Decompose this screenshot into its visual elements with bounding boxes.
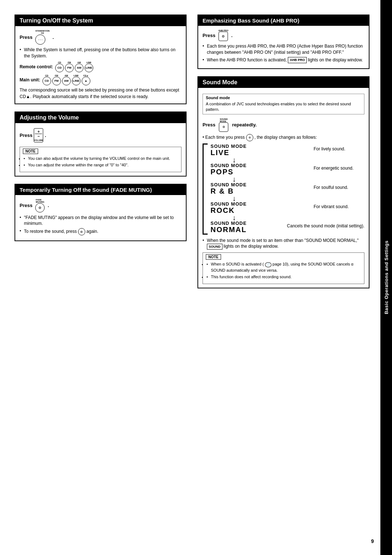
press-repeatedly-suffix: repeatedly. xyxy=(232,122,257,127)
volume-minus: − xyxy=(35,134,42,138)
rock-mode-sub: ROCK xyxy=(211,207,314,214)
sound-mode-live: SOUND MODE LIVE For lively sound. xyxy=(211,143,364,156)
turning-on-off-section: Turning On/Off the System Press STANDBY/… xyxy=(15,15,187,104)
fade-button-icon: ⊙ xyxy=(35,203,45,212)
sound-mode-header: Sound Mode xyxy=(198,77,369,88)
arrow-2: ↓ xyxy=(232,176,364,182)
sound-mode-note-label: NOTE xyxy=(206,254,221,260)
fm-main-btn: FM xyxy=(52,77,61,85)
fade-muting-body: Press FADEMUTING ⊙ . "FADE MUTING" appea… xyxy=(15,195,186,241)
sound-mode-bullets: When the sound mode is set to an item ot… xyxy=(203,238,364,250)
sound-mode-title: Sound Mode xyxy=(203,79,237,85)
sound-mode-note-item-1: When α SOUND is activated ( 📄 page 10), … xyxy=(207,261,360,273)
standby-button-icon: · · · xyxy=(35,35,45,45)
sound-mode-note-item-2: This function does not affect recording … xyxy=(207,274,360,280)
sound-mode-box-text: A combination of JVC sound technologies … xyxy=(206,101,361,113)
volume-press-dot: . xyxy=(45,133,46,138)
normal-text: SOUND MODE NORMAL xyxy=(211,220,287,233)
main-content: Turning On/Off the System Press STANDBY/… xyxy=(0,0,380,555)
sound-mode-note-box: NOTE When α SOUND is activated ( 📄 page … xyxy=(203,252,364,284)
turning-on-off-bullet-1: While the System is turned off, pressing… xyxy=(20,47,181,59)
alpha-sound-icon: 📄 xyxy=(265,262,271,267)
arrow-4: ↓ xyxy=(232,215,364,220)
rock-mode-name: SOUND MODE xyxy=(211,201,314,207)
ahb-pro-title: Emphasizing Bass Sound (AHB PRO) xyxy=(203,17,299,24)
rock-mode-desc: For vibrant sound. xyxy=(314,204,364,209)
sound-badge: SOUND xyxy=(207,244,222,250)
sound-mode-diagram: SOUND MODE LIVE For lively sound. ↓ xyxy=(203,143,364,235)
fm-remote-btn: FM xyxy=(65,64,74,72)
press-volume-line: Press + − VOLUME . xyxy=(20,127,181,144)
standby-btn-dots: · · · xyxy=(38,38,42,41)
fade-btn-sublabel: FADEMUTING xyxy=(36,199,45,203)
rnb-mode-name: SOUND MODE xyxy=(211,182,314,187)
live-mode-sub: LIVE xyxy=(211,149,314,156)
main-unit-text: The corresponding source will be selecte… xyxy=(20,87,181,100)
press-sound-label: Press xyxy=(203,122,215,127)
sound-mode-rock: SOUND MODE ROCK For vibrant sound. xyxy=(211,201,364,214)
remote-control-row: Remote control: CD CD FM FM xyxy=(20,61,181,72)
am-remote-btn: AM xyxy=(75,64,83,72)
volume-note-box: NOTE You can also adjust the volume by t… xyxy=(20,147,181,172)
fm-main-label: FM xyxy=(55,74,58,77)
normal-mode-sub: NORMAL xyxy=(211,226,287,233)
normal-mode-name: SOUND MODE xyxy=(211,220,287,226)
adjusting-volume-section: Adjusting the Volume Press + − VOLUME . xyxy=(15,112,187,177)
sidebar-tab-label: Basic Operations and Settings xyxy=(384,240,389,314)
normal-mode-desc: Cancels the sound mode (initial setting)… xyxy=(287,223,364,229)
sound-mode-each-time: • Each time you press ⊙ , the display ch… xyxy=(203,134,364,141)
am-btn-label: AM xyxy=(77,61,81,64)
main-unit-label: Main unit: xyxy=(20,77,40,82)
ahb-btn-inner: ⊙ xyxy=(222,35,225,38)
live-text: SOUND MODE LIVE xyxy=(211,143,314,156)
line-remote-btn: LINE xyxy=(85,64,93,72)
sound-mode-button-icon: ⊙ xyxy=(219,122,228,132)
left-column: Turning On/Off the System Press STANDBY/… xyxy=(15,15,187,540)
adjusting-volume-header: Adjusting the Volume xyxy=(15,112,186,123)
rnb-mode-sub: R & B xyxy=(211,187,314,195)
fade-muting-bullet-2: To restore the sound, press ⊙ again. xyxy=(20,228,181,235)
cd-btn-label: CD xyxy=(58,61,61,64)
main-unit-buttons: CD CD FM FM AM AM xyxy=(42,74,90,85)
sound-mode-info-box: Sound mode A combination of JVC sound te… xyxy=(203,94,364,114)
fade-dot: . xyxy=(48,203,49,208)
pops-mode-sub: POPS xyxy=(211,168,314,175)
ahb-pro-header: Emphasizing Bass Sound (AHB PRO) xyxy=(198,15,369,26)
remote-buttons: CD CD FM FM AM AM xyxy=(55,61,93,72)
cdup-main-btn: ▲ xyxy=(82,77,90,85)
sound-mode-section: Sound Mode Sound mode A combination of J… xyxy=(197,76,369,288)
fade-btn-inner: ⊙ xyxy=(38,206,41,210)
sound-inline-icon: ⊙ xyxy=(246,134,253,141)
page-number: 9 xyxy=(371,538,374,544)
volume-plus: + xyxy=(37,129,40,134)
line-main-btn: LINE xyxy=(72,77,81,85)
line-btn-label: LINE xyxy=(86,61,91,64)
sound-mode-bracket xyxy=(203,143,208,235)
press-standby-line: Press STANDBY/ONO/I · · · . xyxy=(20,30,181,45)
press-fade-line: Press FADEMUTING ⊙ . xyxy=(20,199,181,212)
adjusting-volume-title: Adjusting the Volume xyxy=(20,114,79,121)
sound-mode-normal: SOUND MODE NORMAL Cancels the sound mode… xyxy=(211,220,364,233)
cdup-main-label: CD▲ xyxy=(83,74,89,77)
rnb-mode-desc: For soulful sound. xyxy=(314,185,364,190)
volume-note-list: You can also adjust the volume by turnin… xyxy=(20,154,181,172)
volume-label-text: VOLUME xyxy=(34,139,44,141)
sound-mode-rnb: SOUND MODE R & B For soulful sound. xyxy=(211,182,364,195)
turning-on-off-title: Turning On/Off the System xyxy=(20,17,93,24)
press-fade-label: Press xyxy=(20,203,32,208)
press-sound-repeatedly: Press SOUNDMODE ⊙ repeatedly. xyxy=(203,118,364,132)
pops-text: SOUND MODE POPS xyxy=(211,163,314,175)
fm-btn-label: FM xyxy=(68,61,71,64)
cd-main-btn: CD xyxy=(42,77,51,85)
fade-muting-header: Temporarily Turning Off the Sound (FADE … xyxy=(15,185,186,195)
rock-text: SOUND MODE ROCK xyxy=(211,201,314,214)
sound-mode-note-list: When α SOUND is activated ( 📄 page 10), … xyxy=(203,260,364,284)
sound-mode-pops: SOUND MODE POPS For energetic sound. xyxy=(211,163,364,175)
adjusting-volume-body: Press + − VOLUME . NOTE You can also xyxy=(15,123,186,176)
volume-note-item-1: You can also adjust the volume by turnin… xyxy=(24,155,177,162)
rnb-text: SOUND MODE R & B xyxy=(211,182,314,195)
ahb-pro-bullet-1: Each time you press AHB PRO, the AHB PRO… xyxy=(203,43,364,56)
ahb-pro-section: Emphasizing Bass Sound (AHB PRO) Press A… xyxy=(197,15,369,69)
fade-muting-section: Temporarily Turning Off the Sound (FADE … xyxy=(15,184,187,242)
line-main-label: LINE xyxy=(74,74,79,77)
